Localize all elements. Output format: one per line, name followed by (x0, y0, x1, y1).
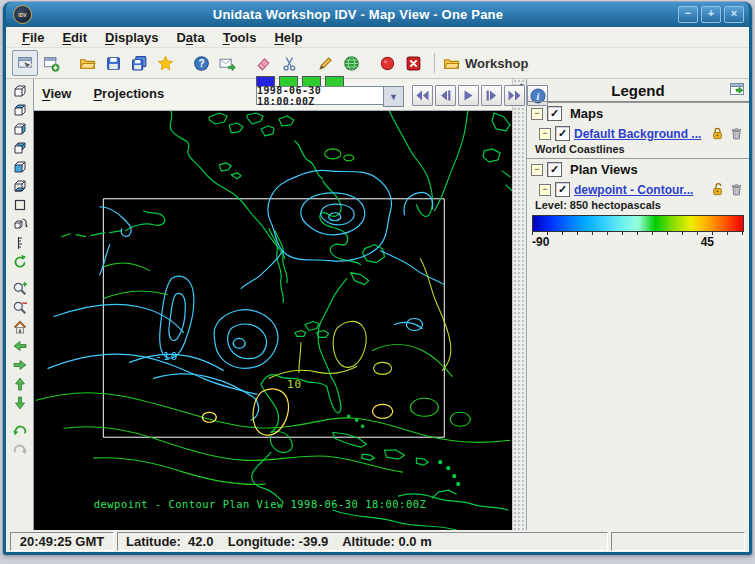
go-to-start-button[interactable] (412, 85, 433, 106)
cube-top-icon (12, 102, 28, 118)
zoom-in-button[interactable] (10, 279, 30, 298)
contours-yellow (202, 389, 392, 435)
help-button[interactable]: ? (188, 50, 214, 76)
home-view-button[interactable] (10, 317, 30, 336)
workshop-label: Workshop (465, 56, 528, 71)
map-caption: dewpoint - Contour Plan View 1998-06-30 … (94, 498, 426, 510)
dewpoint-colorbar[interactable] (532, 215, 744, 232)
new-window-button[interactable] (38, 50, 64, 76)
support-request-button[interactable] (214, 50, 240, 76)
menu-projections[interactable]: Projections (93, 86, 164, 101)
view-side-button[interactable] (10, 119, 30, 138)
maps-visibility-checkbox[interactable]: ✓ (547, 106, 562, 121)
contour-label-positive: 10 (287, 378, 302, 391)
view-top-button[interactable] (10, 100, 30, 119)
pan-left-button[interactable] (10, 336, 30, 355)
close-button[interactable]: × (724, 6, 744, 23)
undo-button[interactable] (10, 420, 30, 439)
open-file-button[interactable] (74, 50, 100, 76)
split-pane-divider[interactable]: ◀ ▶ (512, 79, 526, 530)
map-bounding-box (104, 199, 445, 437)
rotate-cube-icon (12, 216, 28, 232)
auto-rotate-button[interactable] (10, 252, 30, 271)
default-background-checkbox[interactable]: ✓ (555, 126, 570, 141)
cube-bottom-icon (12, 178, 28, 194)
chevron-down-icon: ▼ (389, 92, 398, 102)
workshop-group[interactable]: Workshop (443, 55, 528, 72)
menu-view[interactable]: View (42, 86, 71, 101)
view-perspective-button[interactable] (10, 81, 30, 100)
menu-help[interactable]: Help (266, 29, 310, 46)
map-display-area[interactable]: -10 10 dewpoint - Contour Plan View 1998… (34, 111, 512, 530)
vertical-scale-button[interactable] (10, 233, 30, 252)
menu-displays[interactable]: Displays (97, 29, 166, 46)
zoom-out-button[interactable] (10, 298, 30, 317)
favorites-button[interactable] (152, 50, 178, 76)
time-dropdown-button[interactable]: ▼ (383, 86, 404, 107)
desktop: IDV Unidata Workshop IDV - Map View - On… (0, 0, 755, 564)
collapse-plan-views-button[interactable]: − (531, 164, 543, 176)
title-bar[interactable]: IDV Unidata Workshop IDV - Map View - On… (6, 2, 749, 27)
pan-right-button[interactable] (10, 355, 30, 374)
view-bottom-button[interactable] (10, 176, 30, 195)
play-button[interactable] (458, 85, 479, 106)
square-outline-icon (12, 197, 28, 213)
trash-icon[interactable] (729, 126, 744, 141)
menu-edit[interactable]: Edit (54, 29, 95, 46)
clock-display: 20:49:25 GMT (10, 532, 114, 551)
pan-up-button[interactable] (10, 374, 30, 393)
map-canvas[interactable]: -10 10 dewpoint - Contour Plan View 1998… (34, 111, 512, 530)
plan-views-group-label: Plan Views (570, 162, 638, 177)
record-button[interactable] (374, 50, 400, 76)
menu-tools[interactable]: Tools (215, 29, 265, 46)
edit-button[interactable] (312, 50, 338, 76)
save-button[interactable] (100, 50, 126, 76)
exit-button[interactable] (400, 50, 426, 76)
float-legend-button[interactable] (729, 82, 746, 97)
collapse-maps-button[interactable]: − (531, 108, 543, 120)
reset-projection-button[interactable] (10, 195, 30, 214)
scissors-icon (281, 55, 298, 72)
star-icon (157, 55, 174, 72)
save-all-button[interactable] (126, 50, 152, 76)
menu-data[interactable]: Data (168, 29, 212, 46)
pan-down-button[interactable] (10, 393, 30, 412)
show-dashboard-button[interactable] (12, 50, 38, 76)
globe-button[interactable] (338, 50, 364, 76)
collapse-item-button[interactable]: − (539, 128, 551, 140)
time-selector[interactable]: 1998-06-30 18:00:00Z ▼ (256, 86, 404, 107)
step-forward-icon (486, 90, 497, 101)
plan-views-visibility-checkbox[interactable]: ✓ (547, 162, 562, 177)
collapse-dewpoint-button[interactable]: − (539, 184, 551, 196)
legend-group-maps: − ✓ Maps (527, 102, 749, 123)
remove-displays-button[interactable] (250, 50, 276, 76)
dewpoint-visibility-checkbox[interactable]: ✓ (555, 182, 570, 197)
step-forward-button[interactable] (481, 85, 502, 106)
dewpoint-contour-link[interactable]: dewpoint - Contour... (574, 183, 706, 197)
view-corner-button[interactable] (10, 138, 30, 157)
cursor-position-readout: Latitude: 42.0 Longitude: -39.9 Altitude… (117, 532, 608, 551)
go-to-end-button[interactable] (504, 85, 525, 106)
cut-button[interactable] (276, 50, 302, 76)
lock-closed-icon[interactable] (710, 126, 725, 141)
idv-map-view-window: IDV Unidata Workshop IDV - Map View - On… (3, 2, 752, 555)
home-icon (12, 319, 28, 335)
window-title: Unidata Workshop IDV - Map View - One Pa… (38, 7, 678, 22)
redo-icon (12, 441, 28, 457)
time-value[interactable]: 1998-06-30 18:00:00Z (256, 86, 383, 105)
default-background-link[interactable]: Default Background ... (574, 127, 706, 141)
redo-button[interactable] (10, 439, 30, 458)
trash-icon[interactable] (729, 182, 744, 197)
rotate-view-button[interactable] (10, 214, 30, 233)
step-back-button[interactable] (435, 85, 456, 106)
dashboard-icon (17, 55, 34, 72)
lock-open-icon[interactable] (710, 182, 725, 197)
colorbar-max-label: 45 (701, 235, 714, 249)
maximize-button[interactable]: + (701, 6, 721, 23)
menu-file[interactable]: File (14, 29, 52, 46)
view-front-button[interactable] (10, 157, 30, 176)
legend-group-plan-views: − ✓ Plan Views (527, 158, 749, 179)
view-menu-bar: View Projections 1998-06-30 18:00:00Z ▼ (34, 79, 512, 111)
minimize-button[interactable]: − (678, 6, 698, 23)
level-label: Level: 850 hectopascals (527, 199, 749, 214)
